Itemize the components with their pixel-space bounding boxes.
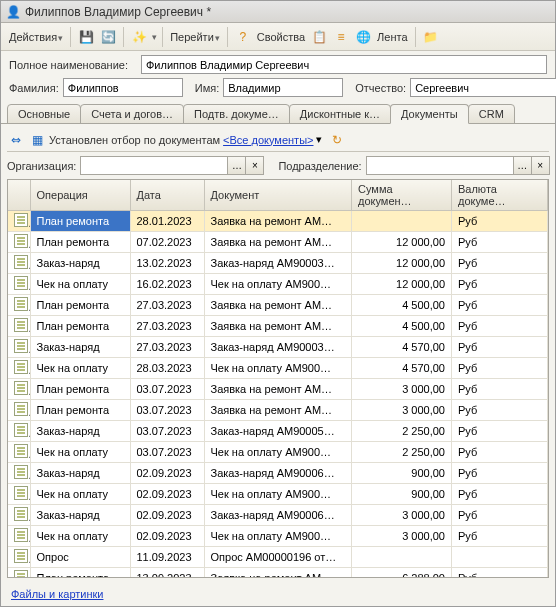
table-row[interactable]: План ремонта07.02.2023Заявка на ремонт А… [8, 232, 548, 253]
help-icon[interactable]: ? [234, 28, 252, 46]
row-icon-cell [8, 274, 30, 295]
lastname-input[interactable] [63, 78, 183, 97]
globe-icon[interactable]: 🌐 [354, 28, 372, 46]
cell-sum: 3 000,00 [352, 379, 452, 400]
documents-grid[interactable]: Операция Дата Документ Сумма докумен… Ва… [8, 180, 548, 577]
save-icon[interactable]: 💾 [77, 28, 95, 46]
cell-document: Заявка на ремонт АМ… [204, 316, 352, 337]
cell-sum: 4 500,00 [352, 316, 452, 337]
list-icon[interactable]: 📋 [310, 28, 328, 46]
cell-operation: Заказ-наряд [30, 505, 130, 526]
document-icon [14, 444, 28, 458]
bottom-links: Файлы и картинки [1, 584, 555, 606]
col-header-date[interactable]: Дата [130, 180, 204, 211]
table-row[interactable]: Чек на оплату16.02.2023Чек на оплату АМ9… [8, 274, 548, 295]
table-row[interactable]: План ремонта27.03.2023Заявка на ремонт А… [8, 295, 548, 316]
table-row[interactable]: Заказ-наряд02.09.2023Заказ-наряд АМ90006… [8, 463, 548, 484]
person-icon: 👤 [5, 4, 21, 20]
col-header-icon[interactable] [8, 180, 30, 211]
cell-date: 03.07.2023 [130, 442, 204, 463]
goto-menu[interactable]: Перейти▾ [168, 29, 222, 45]
firstname-input[interactable] [223, 78, 343, 97]
rotate-icon[interactable]: ↻ [328, 131, 346, 149]
row-icon-cell [8, 547, 30, 568]
table-row[interactable]: Заказ-наряд03.07.2023Заказ-наряд АМ90005… [8, 421, 548, 442]
patronymic-label: Отчество: [355, 82, 406, 94]
lines-icon[interactable]: ≡ [332, 28, 350, 46]
cell-operation: Чек на оплату [30, 484, 130, 505]
cell-operation: План ремонта [30, 211, 130, 232]
wizard-icon[interactable]: ✨ [130, 28, 148, 46]
table-row[interactable]: План ремонта03.07.2023Заявка на ремонт А… [8, 400, 548, 421]
table-row[interactable]: Чек на оплату03.07.2023Чек на оплату АМ9… [8, 442, 548, 463]
table-row[interactable]: План ремонта13.09.2023Заявка на ремонт А… [8, 568, 548, 578]
cell-date: 07.02.2023 [130, 232, 204, 253]
table-row[interactable]: План ремонта27.03.2023Заявка на ремонт А… [8, 316, 548, 337]
properties-button[interactable]: Свойства [255, 29, 307, 45]
tab-documents[interactable]: Документы [390, 104, 469, 124]
tab-crm[interactable]: CRM [468, 104, 515, 124]
cell-date: 28.03.2023 [130, 358, 204, 379]
chevron-down-icon[interactable]: ▾ [316, 133, 322, 146]
dep-input[interactable] [366, 156, 514, 175]
row-icon-cell [8, 400, 30, 421]
cell-sum [352, 547, 452, 568]
patronymic-input[interactable] [410, 78, 556, 97]
col-header-operation[interactable]: Операция [30, 180, 130, 211]
cell-operation: Чек на оплату [30, 526, 130, 547]
row-icon-cell [8, 526, 30, 547]
table-row[interactable]: План ремонта03.07.2023Заявка на ремонт А… [8, 379, 548, 400]
cell-document: Заявка на ремонт АМ… [204, 232, 352, 253]
table-row[interactable]: Чек на оплату02.09.2023Чек на оплату АМ9… [8, 484, 548, 505]
cell-operation: Заказ-наряд [30, 337, 130, 358]
feed-button[interactable]: Лента [375, 29, 409, 45]
tab-confirm[interactable]: Подтв. докуме… [183, 104, 290, 124]
actions-menu[interactable]: Действия▾ [7, 29, 65, 45]
cell-currency: Руб [452, 421, 548, 442]
row-icon-cell [8, 211, 30, 232]
expand-icon[interactable]: ⇔ [7, 131, 25, 149]
org-label: Организация: [7, 160, 76, 172]
dep-clear-button[interactable]: × [532, 156, 550, 175]
table-row[interactable]: Заказ-наряд02.09.2023Заказ-наряд АМ90006… [8, 505, 548, 526]
row-icon-cell [8, 358, 30, 379]
window: 👤 Филиппов Владимир Сергеевич * Действия… [0, 0, 556, 607]
folder-icon[interactable]: 📁 [422, 28, 440, 46]
org-pick-button[interactable]: … [228, 156, 246, 175]
tab-accounts[interactable]: Счета и догов… [80, 104, 184, 124]
refresh-icon[interactable]: 🔄 [99, 28, 117, 46]
org-clear-button[interactable]: × [246, 156, 264, 175]
table-row[interactable]: Заказ-наряд13.02.2023Заказ-наряд АМ90003… [8, 253, 548, 274]
filter-scope[interactable]: <Все документы> [223, 134, 313, 146]
cell-sum: 4 570,00 [352, 358, 452, 379]
org-input[interactable] [80, 156, 228, 175]
chevron-down-icon[interactable]: ▾ [152, 32, 157, 42]
document-icon [14, 276, 28, 290]
dep-pick-button[interactable]: … [514, 156, 532, 175]
cell-date: 03.07.2023 [130, 400, 204, 421]
table-row[interactable]: Опрос11.09.2023Опрос АМ00000196 от… [8, 547, 548, 568]
document-icon [14, 402, 28, 416]
document-icon [14, 423, 28, 437]
org-row: Организация: … × Подразделение: … × [7, 152, 549, 179]
document-icon [14, 339, 28, 353]
tab-discount[interactable]: Дисконтные к… [289, 104, 391, 124]
document-icon [14, 507, 28, 521]
cell-currency: Руб [452, 316, 548, 337]
cell-sum: 900,00 [352, 463, 452, 484]
cell-date: 02.09.2023 [130, 463, 204, 484]
table-row[interactable]: Чек на оплату28.03.2023Чек на оплату АМ9… [8, 358, 548, 379]
col-header-sum[interactable]: Сумма докумен… [352, 180, 452, 211]
files-link[interactable]: Файлы и картинки [11, 588, 103, 600]
col-header-currency[interactable]: Валюта докуме… [452, 180, 548, 211]
filter-icon[interactable]: ▦ [28, 131, 46, 149]
cell-currency: Руб [452, 568, 548, 578]
col-header-document[interactable]: Документ [204, 180, 352, 211]
table-row[interactable]: План ремонта28.01.2023Заявка на ремонт А… [8, 211, 548, 232]
fullname-input[interactable] [141, 55, 547, 74]
table-row[interactable]: Чек на оплату02.09.2023Чек на оплату АМ9… [8, 526, 548, 547]
tab-main[interactable]: Основные [7, 104, 81, 124]
dep-label: Подразделение: [278, 160, 361, 172]
table-row[interactable]: Заказ-наряд27.03.2023Заказ-наряд АМ90003… [8, 337, 548, 358]
cell-document: Чек на оплату АМ900… [204, 358, 352, 379]
